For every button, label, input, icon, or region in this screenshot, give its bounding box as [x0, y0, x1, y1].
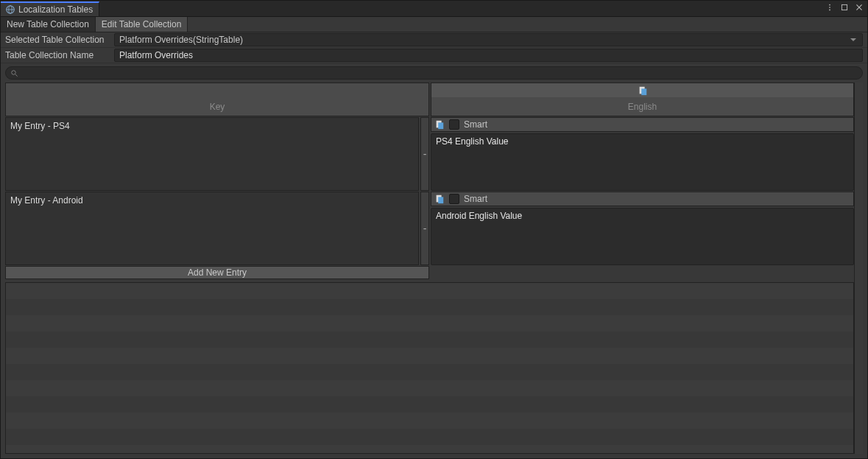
collection-name-label: Table Collection Name [5, 50, 114, 60]
locale-header-label: English [431, 97, 853, 116]
tab-new-table-collection[interactable]: New Table Collection [1, 17, 96, 32]
entry-value-input[interactable] [431, 208, 854, 265]
locale-icon-row [431, 83, 853, 97]
entry-value-input[interactable] [431, 133, 854, 191]
entry-value-cell: Smart [431, 117, 854, 191]
add-new-entry-button[interactable]: Add New Entry [5, 266, 429, 279]
key-header-label: Key [6, 97, 428, 116]
collection-name-input[interactable] [114, 49, 863, 62]
maximize-icon[interactable] [839, 2, 850, 13]
selected-collection-label: Selected Table Collection [5, 35, 114, 45]
smart-toggle-row: Smart [431, 117, 854, 132]
document-icon[interactable] [434, 194, 445, 204]
svg-rect-6 [841, 4, 847, 10]
remove-entry-button[interactable]: - [420, 117, 429, 191]
close-icon[interactable] [854, 2, 864, 13]
entry-key-text: My Entry - PS4 [10, 121, 70, 131]
tab-edit-table-collection[interactable]: Edit Table Collection [96, 17, 188, 32]
search-icon [10, 69, 18, 77]
remove-entry-button[interactable]: - [420, 192, 429, 265]
smart-label: Smart [464, 119, 487, 130]
title-bar: Localization Tables [1, 1, 867, 17]
locale-column-header[interactable]: English [431, 83, 854, 116]
smart-checkbox[interactable] [449, 119, 459, 130]
entry-value-cell: Smart [431, 192, 854, 265]
svg-point-3 [829, 4, 830, 6]
table-row: My Entry - PS4 - Smart [5, 117, 854, 191]
window-buttons [825, 2, 864, 13]
window-title: Localization Tables [18, 4, 93, 15]
smart-checkbox[interactable] [449, 194, 459, 204]
column-headers: Key English [5, 83, 854, 116]
entry-key-cell[interactable]: My Entry - PS4 [5, 117, 419, 191]
search-row [1, 63, 867, 83]
svg-rect-12 [641, 88, 646, 95]
entry-key-text: My Entry - Android [10, 195, 83, 206]
empty-rows-area [5, 282, 854, 454]
chevron-down-icon [850, 38, 856, 41]
svg-line-10 [15, 74, 18, 76]
smart-toggle-row: Smart [431, 192, 854, 206]
kebab-icon[interactable] [825, 2, 835, 13]
localization-tables-window: Localization Tables New Table Collection… [0, 0, 868, 459]
selected-collection-row: Selected Table Collection Platform Overr… [1, 32, 867, 48]
svg-point-9 [12, 70, 16, 74]
svg-point-5 [829, 10, 830, 11]
table-row: My Entry - Android - Smart [5, 192, 854, 265]
document-icon[interactable] [434, 119, 445, 130]
selected-collection-dropdown[interactable]: Platform Overrides(StringTable) [114, 33, 863, 46]
svg-rect-14 [438, 122, 443, 129]
table-container: Key English My Entry - PS4 [1, 83, 867, 458]
svg-point-4 [829, 7, 830, 8]
selected-collection-value: Platform Overrides(StringTable) [119, 35, 243, 45]
vertical-scrollbar[interactable] [854, 83, 863, 454]
window-tab[interactable]: Localization Tables [1, 1, 99, 16]
smart-label: Smart [464, 194, 487, 204]
search-field[interactable] [5, 66, 863, 80]
document-icon [638, 85, 648, 96]
sub-tab-bar: New Table Collection Edit Table Collecti… [1, 17, 867, 32]
entry-key-cell[interactable]: My Entry - Android [5, 192, 419, 265]
collection-name-row: Table Collection Name [1, 48, 867, 63]
key-column-header[interactable]: Key [5, 83, 429, 116]
svg-rect-16 [438, 197, 443, 203]
globe-icon [5, 4, 15, 15]
search-input[interactable] [21, 68, 858, 78]
